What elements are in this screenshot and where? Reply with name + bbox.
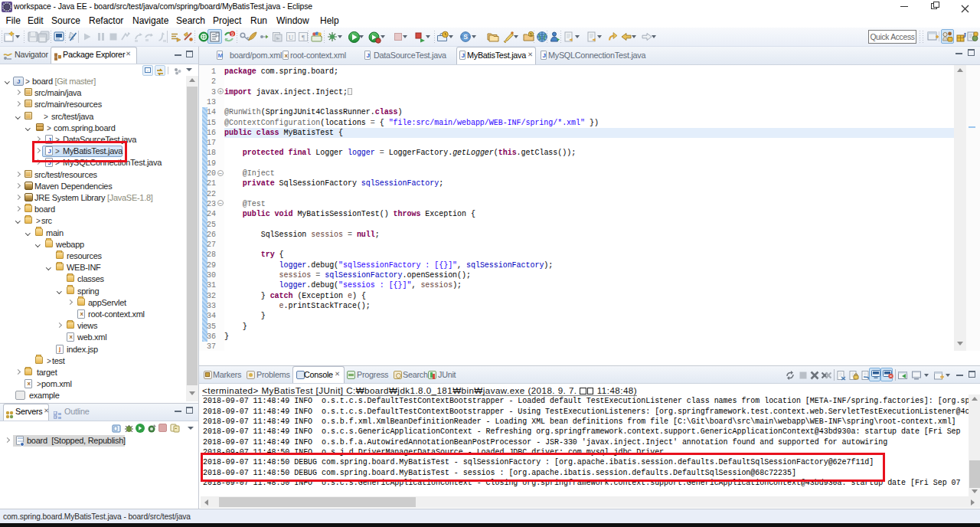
- svg-text:U: U: [288, 34, 293, 41]
- svg-text:J: J: [963, 31, 967, 39]
- svg-text:9: 9: [231, 31, 234, 37]
- svg-text:¶: ¶: [302, 34, 305, 41]
- svg-text:S: S: [463, 33, 468, 41]
